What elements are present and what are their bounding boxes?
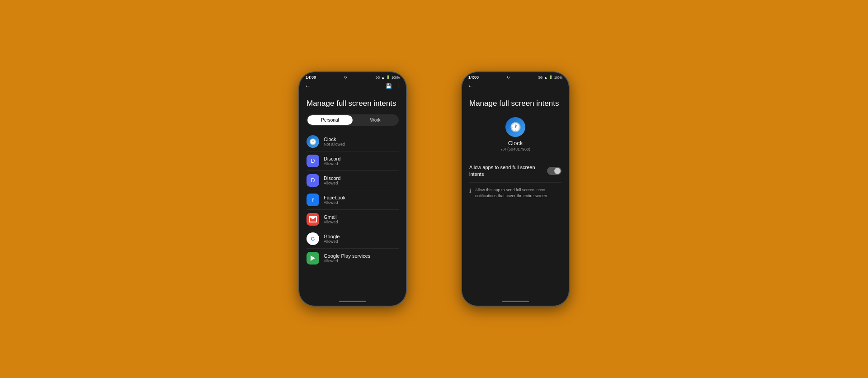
app-info-discord2: Discord Allowed <box>324 175 399 185</box>
facebook-icon: f <box>307 194 319 206</box>
nav-actions-1: 💾 ⋮ <box>386 83 401 89</box>
signal-icon-2: 5G <box>538 76 542 79</box>
page-title-1: Manage full screen intents <box>307 99 399 108</box>
app-status-gmail: Allowed <box>324 220 399 224</box>
google-icon: G <box>307 232 319 245</box>
clock-icon: 🕐 <box>307 135 319 148</box>
app-info-discord1: Discord Allowed <box>324 156 399 166</box>
app-name-gmail: Gmail <box>324 214 399 220</box>
bottom-bar-2 <box>462 298 569 306</box>
discord-icon-2: D <box>307 174 319 187</box>
phone-shell-2: 14:00 ↻ 5G ▲ 🔋 100% ← Manage full screen… <box>461 71 570 307</box>
setting-label: Allow apps to send full screen intents <box>469 164 543 178</box>
app-status-playservices: Allowed <box>324 259 399 263</box>
app-name-facebook: Facebook <box>324 195 399 200</box>
list-item[interactable]: G Google Allowed <box>307 229 399 249</box>
more-icon[interactable]: ⋮ <box>396 83 401 89</box>
phone-1: 14:00 ↻ 5G ▲ 🔋 100% ← 💾 ⋮ <box>298 71 407 307</box>
svg-marker-0 <box>311 255 315 261</box>
back-button-1[interactable]: ← <box>305 82 311 90</box>
back-button-2[interactable]: ← <box>467 82 474 90</box>
app-info-facebook: Facebook Allowed <box>324 195 399 205</box>
app-name-clock: Clock <box>324 137 399 142</box>
top-nav-1: ← 💾 ⋮ <box>299 80 406 91</box>
tab-work[interactable]: Work <box>353 115 398 125</box>
home-indicator-1 <box>339 301 366 302</box>
app-name-discord1: Discord <box>324 156 399 161</box>
list-item[interactable]: Gmail Allowed <box>307 210 399 229</box>
phone-screen-2: 14:00 ↻ 5G ▲ 🔋 100% ← Manage full screen… <box>462 72 569 306</box>
info-row: ℹ Allow this app to send full screen int… <box>469 183 561 203</box>
detail-app-name: Clock <box>508 140 523 146</box>
sync-icon: ↻ <box>344 76 347 80</box>
app-list: 🕐 Clock Not allowed D Discord Allowed <box>307 132 399 298</box>
gmail-icon <box>307 213 319 226</box>
detail-app-version: 7.4 (504317960) <box>500 147 530 151</box>
app-info-clock: Clock Not allowed <box>324 137 399 146</box>
status-center-2: ↻ <box>507 76 510 80</box>
tab-bar-1: Personal Work <box>307 114 399 126</box>
battery-pct-2: 100% <box>554 76 562 79</box>
app-info-google: Google Allowed <box>324 234 399 244</box>
list-item[interactable]: Google Play services Allowed <box>307 249 399 268</box>
status-center-1: ↻ <box>344 76 347 80</box>
bottom-bar-1 <box>299 298 406 306</box>
signal-icon: 5G <box>376 76 380 79</box>
app-info-playservices: Google Play services Allowed <box>324 253 399 263</box>
detail-title: Manage full screen intents <box>469 99 561 108</box>
app-name-google: Google <box>324 234 399 239</box>
screen-content-1: Manage full screen intents Personal Work… <box>299 91 406 298</box>
app-status-facebook: Allowed <box>324 200 399 205</box>
phone-shell-1: 14:00 ↻ 5G ▲ 🔋 100% ← 💾 ⋮ <box>298 71 407 307</box>
list-item[interactable]: 🕐 Clock Not allowed <box>307 132 399 151</box>
wifi-icon: ▲ <box>381 76 385 80</box>
list-item[interactable]: f Facebook Allowed <box>307 190 399 210</box>
toggle-knob <box>554 168 561 174</box>
setting-row: Allow apps to send full screen intents <box>469 160 561 183</box>
info-text: Allow this app to send full screen inten… <box>475 187 561 198</box>
top-nav-2: ← <box>462 80 569 91</box>
app-status-google: Allowed <box>324 239 399 244</box>
tab-personal[interactable]: Personal <box>307 115 353 125</box>
home-indicator-2 <box>502 301 529 302</box>
app-status-discord1: Allowed <box>324 161 399 166</box>
app-status-clock: Not allowed <box>324 142 399 146</box>
phone-screen-1: 14:00 ↻ 5G ▲ 🔋 100% ← 💾 ⋮ <box>299 72 406 306</box>
wifi-icon-2: ▲ <box>544 76 547 80</box>
app-info-gmail: Gmail Allowed <box>324 214 399 224</box>
app-name-discord2: Discord <box>324 175 399 181</box>
info-icon: ℹ <box>469 188 472 194</box>
app-status-discord2: Allowed <box>324 181 399 185</box>
detail-content: Manage full screen intents 🕐 Clock 7.4 (… <box>462 91 569 298</box>
status-time-2: 14:00 <box>468 75 479 80</box>
status-icons-2: 5G ▲ 🔋 100% <box>538 76 562 80</box>
playservices-icon <box>307 252 319 265</box>
clock-large-icon: 🕐 <box>505 117 525 137</box>
status-bar-2: 14:00 ↻ 5G ▲ 🔋 100% <box>462 72 569 80</box>
toggle-switch[interactable] <box>547 167 561 175</box>
status-time-1: 14:00 <box>306 75 316 80</box>
discord-icon-1: D <box>307 155 319 167</box>
status-bar-1: 14:00 ↻ 5G ▲ 🔋 100% <box>299 72 406 80</box>
app-name-playservices: Google Play services <box>324 253 399 259</box>
battery-icon-2: 🔋 <box>549 76 553 79</box>
list-item[interactable]: D Discord Allowed <box>307 151 399 171</box>
phone-2: 14:00 ↻ 5G ▲ 🔋 100% ← Manage full screen… <box>461 71 570 307</box>
status-icons-1: 5G ▲ 🔋 100% <box>376 76 400 80</box>
battery-pct-1: 100% <box>392 76 400 79</box>
battery-icon: 🔋 <box>386 76 390 79</box>
app-detail-header: 🕐 Clock 7.4 (504317960) <box>469 117 561 151</box>
save-icon[interactable]: 💾 <box>386 83 392 89</box>
list-item[interactable]: D Discord Allowed <box>307 171 399 190</box>
sync-icon-2: ↻ <box>507 76 510 80</box>
